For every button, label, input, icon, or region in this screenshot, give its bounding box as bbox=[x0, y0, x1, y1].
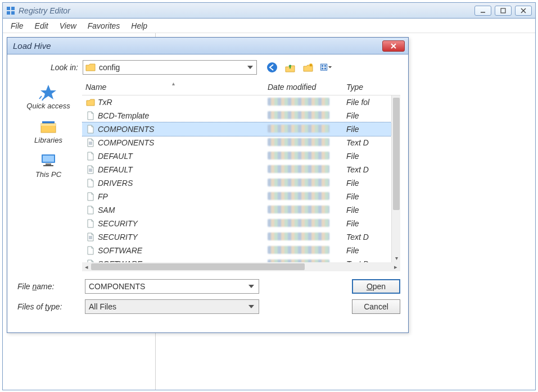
file-list-header[interactable]: ▴ Name Date modified Type bbox=[82, 80, 400, 95]
file-icon bbox=[85, 111, 96, 121]
svg-rect-18 bbox=[322, 65, 323, 67]
file-name-value: COMPONENTS bbox=[89, 282, 247, 291]
menu-favorites[interactable]: Favorites bbox=[82, 21, 126, 30]
text-icon bbox=[85, 259, 96, 262]
file-row[interactable]: COMPONENTSText D bbox=[82, 136, 400, 149]
folder-icon bbox=[85, 63, 96, 71]
svg-point-15 bbox=[267, 62, 277, 72]
svg-rect-5 bbox=[501, 8, 505, 13]
window-title: Registry Editor bbox=[19, 6, 474, 15]
scroll-left-icon[interactable]: ◂ bbox=[82, 263, 91, 271]
file-row[interactable]: SOFTWAREFile bbox=[82, 244, 400, 257]
horizontal-scrollbar[interactable]: ◂ ▸ bbox=[82, 262, 400, 271]
minimize-button[interactable] bbox=[474, 6, 491, 16]
place-quick-access[interactable]: Quick access bbox=[15, 84, 82, 110]
file-row[interactable]: TxRFile fol bbox=[82, 95, 400, 109]
file-type-combo[interactable]: All Files bbox=[85, 299, 259, 314]
file-date bbox=[268, 192, 346, 201]
svg-rect-3 bbox=[11, 11, 15, 15]
file-date bbox=[268, 219, 346, 228]
file-row[interactable]: SAMFile bbox=[82, 203, 400, 217]
file-name-combo[interactable]: COMPONENTS bbox=[85, 279, 259, 294]
cancel-button[interactable]: Cancel bbox=[352, 299, 400, 314]
place-libraries[interactable]: Libraries bbox=[15, 118, 82, 144]
file-date bbox=[268, 125, 346, 134]
file-type-value: All Files bbox=[89, 302, 247, 311]
svg-rect-24 bbox=[41, 124, 56, 126]
text-icon bbox=[85, 165, 96, 175]
file-icon bbox=[85, 192, 96, 202]
titlebar[interactable]: Registry Editor bbox=[3, 3, 535, 19]
scroll-thumb[interactable] bbox=[393, 98, 400, 210]
dialog-titlebar[interactable]: Load Hive bbox=[7, 38, 408, 54]
file-date bbox=[268, 259, 346, 262]
sort-indicator-icon: ▴ bbox=[172, 80, 175, 86]
menubar: File Edit View Favorites Help bbox=[3, 19, 535, 33]
file-date bbox=[268, 165, 346, 174]
file-icon bbox=[85, 245, 96, 256]
file-icon bbox=[85, 124, 96, 134]
file-name: COMPONENTS bbox=[98, 138, 268, 147]
column-type[interactable]: Type bbox=[346, 83, 400, 92]
file-name: FP bbox=[98, 192, 268, 201]
place-quick-access-label: Quick access bbox=[26, 102, 70, 110]
look-in-label: Look in: bbox=[15, 63, 78, 72]
file-name: SOFTWARE bbox=[98, 259, 268, 262]
view-menu-icon[interactable] bbox=[320, 61, 332, 74]
back-icon[interactable] bbox=[266, 61, 278, 74]
file-list[interactable]: TxRFile folBCD-TemplateFileCOMPONENTSFil… bbox=[82, 95, 400, 262]
file-type-label: Files of type: bbox=[15, 302, 77, 311]
svg-rect-28 bbox=[43, 165, 53, 166]
svg-rect-20 bbox=[322, 68, 323, 70]
file-date bbox=[268, 111, 346, 120]
svg-rect-1 bbox=[11, 7, 15, 10]
place-libraries-label: Libraries bbox=[34, 136, 62, 144]
scroll-right-icon[interactable]: ▸ bbox=[391, 263, 400, 271]
file-row[interactable]: COMPONENTSFile bbox=[82, 122, 400, 136]
menu-help[interactable]: Help bbox=[125, 21, 153, 30]
maximize-button[interactable] bbox=[495, 6, 512, 16]
file-row[interactable]: FPFile bbox=[82, 190, 400, 203]
file-row[interactable]: SECURITYFile bbox=[82, 217, 400, 230]
file-name: SECURITY bbox=[98, 219, 268, 228]
file-name: SECURITY bbox=[98, 233, 268, 241]
file-name: SOFTWARE bbox=[98, 246, 268, 255]
up-one-level-icon[interactable] bbox=[284, 61, 296, 74]
file-row[interactable]: SECURITYText D bbox=[82, 230, 400, 244]
file-name: DEFAULT bbox=[98, 165, 268, 174]
file-row[interactable]: DRIVERSFile bbox=[82, 176, 400, 190]
scroll-down-icon[interactable]: ▾ bbox=[392, 253, 400, 262]
file-row[interactable]: DEFAULTText D bbox=[82, 163, 400, 176]
places-bar: Quick access Libraries This PC bbox=[15, 80, 82, 271]
file-date bbox=[268, 206, 346, 215]
column-date[interactable]: Date modified bbox=[268, 83, 346, 92]
svg-rect-27 bbox=[46, 163, 51, 165]
close-button[interactable] bbox=[515, 6, 532, 16]
place-this-pc[interactable]: This PC bbox=[15, 152, 82, 179]
file-icon bbox=[85, 151, 96, 161]
column-name[interactable]: Name bbox=[82, 83, 268, 92]
open-button[interactable]: Open bbox=[352, 279, 400, 294]
file-date bbox=[268, 246, 346, 255]
file-name: SAM bbox=[98, 206, 268, 215]
dialog-close-button[interactable] bbox=[382, 40, 405, 52]
file-date bbox=[268, 98, 346, 107]
svg-rect-26 bbox=[43, 156, 54, 162]
file-name: TxR bbox=[98, 98, 268, 107]
chevron-down-icon bbox=[246, 63, 254, 71]
file-row[interactable]: BCD-TemplateFile bbox=[82, 109, 400, 122]
text-icon bbox=[85, 138, 96, 148]
file-date bbox=[268, 179, 346, 188]
menu-view[interactable]: View bbox=[54, 21, 82, 30]
hscroll-thumb[interactable] bbox=[91, 263, 305, 270]
menu-edit[interactable]: Edit bbox=[29, 21, 54, 30]
look-in-combo[interactable]: config bbox=[83, 60, 257, 75]
file-date bbox=[268, 138, 346, 147]
file-row[interactable]: DEFAULTFile bbox=[82, 149, 400, 163]
new-folder-icon[interactable] bbox=[302, 61, 314, 74]
file-name-label: File name: bbox=[15, 282, 77, 291]
vertical-scrollbar[interactable]: ▴ ▾ bbox=[391, 95, 400, 262]
file-date bbox=[268, 152, 346, 161]
file-row[interactable]: SOFTWAREText D bbox=[82, 257, 400, 262]
menu-file[interactable]: File bbox=[5, 21, 29, 30]
